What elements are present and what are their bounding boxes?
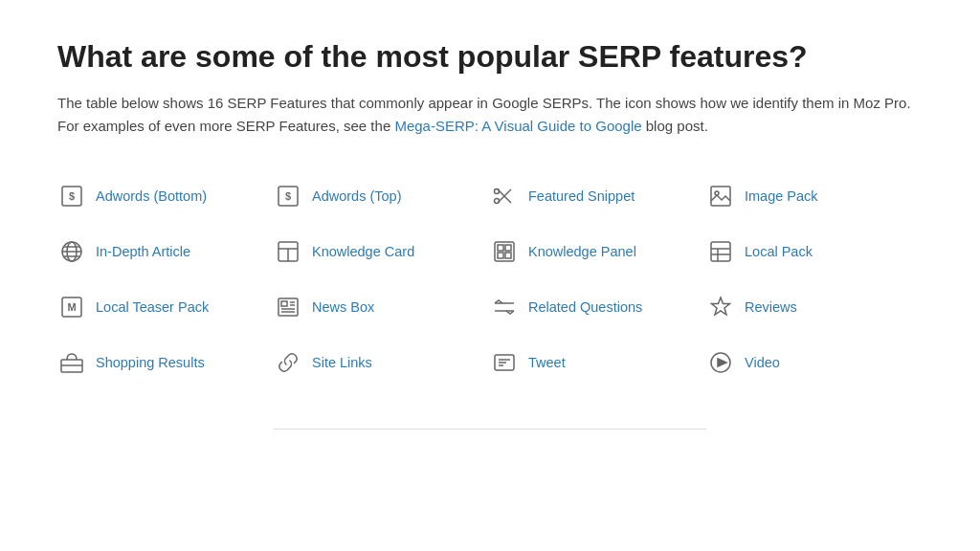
- video-label[interactable]: Video: [745, 355, 780, 370]
- featured-snippet-label[interactable]: Featured Snippet: [528, 188, 635, 204]
- page-heading: What are some of the most popular SERP f…: [57, 38, 923, 75]
- svg-rect-22: [505, 253, 511, 258]
- svg-marker-37: [712, 298, 730, 315]
- feature-knowledge-card: Knowledge Card: [274, 224, 490, 279]
- mega-serp-link[interactable]: Mega-SERP: A Visual Guide to Google: [394, 118, 641, 134]
- tweet-icon: [490, 348, 519, 377]
- site-links-icon: [274, 348, 302, 377]
- site-links-label[interactable]: Site Links: [312, 355, 372, 370]
- adwords-bottom-icon: $: [57, 182, 86, 210]
- video-icon: [706, 348, 735, 377]
- local-teaser-pack-icon: M: [57, 293, 86, 321]
- svg-rect-30: [281, 301, 287, 306]
- knowledge-panel-icon: [490, 237, 519, 266]
- features-grid: $ Adwords (Bottom) $ Adwords (Top) Featu…: [57, 168, 923, 390]
- in-depth-article-label[interactable]: In-Depth Article: [96, 244, 190, 259]
- local-pack-icon: [706, 237, 735, 266]
- svg-text:$: $: [69, 190, 75, 202]
- news-box-label[interactable]: News Box: [312, 299, 374, 315]
- knowledge-card-label[interactable]: Knowledge Card: [312, 244, 414, 259]
- svg-marker-45: [718, 359, 726, 366]
- description-text: The table below shows 16 SERP Features t…: [57, 92, 923, 138]
- svg-text:$: $: [285, 190, 291, 202]
- featured-snippet-icon: [490, 182, 519, 210]
- tweet-label[interactable]: Tweet: [528, 355, 566, 370]
- image-pack-label[interactable]: Image Pack: [745, 188, 818, 204]
- reviews-icon: [706, 293, 735, 321]
- feature-local-teaser-pack: M Local Teaser Pack: [57, 279, 274, 335]
- svg-rect-23: [711, 242, 730, 261]
- svg-rect-21: [498, 253, 503, 258]
- feature-adwords-top: $ Adwords (Top): [274, 168, 490, 224]
- feature-tweet: Tweet: [490, 335, 706, 390]
- svg-text:M: M: [67, 301, 76, 313]
- svg-point-6: [495, 189, 500, 194]
- feature-local-pack: Local Pack: [706, 224, 923, 279]
- shopping-results-label[interactable]: Shopping Results: [96, 355, 205, 370]
- knowledge-card-icon: [274, 237, 302, 266]
- local-pack-label[interactable]: Local Pack: [745, 244, 813, 259]
- feature-video: Video: [706, 335, 923, 390]
- svg-point-7: [495, 199, 500, 204]
- feature-news-box: News Box: [274, 279, 490, 335]
- page-divider: [274, 429, 706, 430]
- adwords-bottom-label[interactable]: Adwords (Bottom): [96, 188, 207, 204]
- feature-related-questions: Related Questions: [490, 279, 706, 335]
- feature-featured-snippet: Featured Snippet: [490, 168, 706, 224]
- svg-rect-19: [498, 245, 503, 251]
- feature-knowledge-panel: Knowledge Panel: [490, 224, 706, 279]
- reviews-label[interactable]: Reviews: [745, 299, 797, 315]
- knowledge-panel-label[interactable]: Knowledge Panel: [528, 244, 636, 259]
- svg-rect-20: [505, 245, 511, 251]
- news-box-icon: [274, 293, 302, 321]
- adwords-top-label[interactable]: Adwords (Top): [312, 188, 401, 204]
- related-questions-label[interactable]: Related Questions: [528, 299, 642, 315]
- description-after: blog post.: [642, 118, 708, 134]
- local-teaser-pack-label[interactable]: Local Teaser Pack: [96, 299, 209, 315]
- in-depth-article-icon: [57, 237, 86, 266]
- feature-site-links: Site Links: [274, 335, 490, 390]
- feature-adwords-bottom: $ Adwords (Bottom): [57, 168, 274, 224]
- feature-shopping-results: Shopping Results: [57, 335, 274, 390]
- feature-in-depth-article: In-Depth Article: [57, 224, 274, 279]
- image-pack-icon: [706, 182, 735, 210]
- related-questions-icon: [490, 293, 519, 321]
- adwords-top-icon: $: [274, 182, 302, 210]
- svg-rect-8: [711, 187, 730, 206]
- shopping-results-icon: [57, 348, 86, 377]
- feature-image-pack: Image Pack: [706, 168, 923, 224]
- feature-reviews: Reviews: [706, 279, 923, 335]
